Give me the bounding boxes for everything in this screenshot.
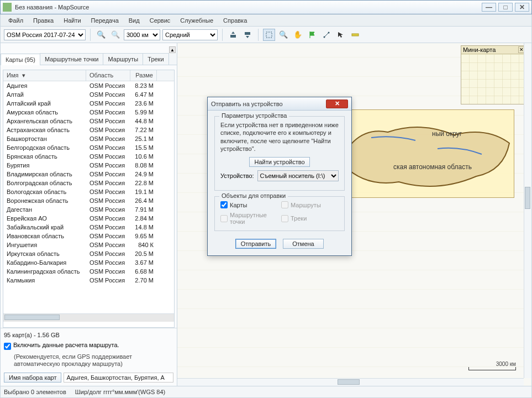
dialog-titlebar[interactable]: Отправить на устройство ✕ xyxy=(208,97,351,111)
chk-tracks: Треки xyxy=(281,212,339,225)
dialog-title: Отправить на устройство xyxy=(211,101,326,107)
device-params-legend: Параметры устройства xyxy=(219,112,289,119)
send-objects-group: Объекты для отправки Карты Маршруты Марш… xyxy=(214,196,345,231)
find-device-button[interactable]: Найти устройство xyxy=(249,157,309,167)
device-select[interactable]: Съемный носитель (I:\) xyxy=(257,170,339,181)
chk-maps[interactable]: Карты xyxy=(220,201,278,208)
send-to-device-dialog: Отправить на устройство ✕ Параметры устр… xyxy=(207,97,352,256)
device-label: Устройство: xyxy=(220,172,254,179)
chk-routes: Маршруты xyxy=(281,201,339,208)
device-params-desc: Если устройства нет в приведенном ниже с… xyxy=(220,121,339,153)
device-params-group: Параметры устройства Если устройства нет… xyxy=(214,116,345,191)
send-objects-legend: Объекты для отправки xyxy=(219,192,288,199)
dialog-close-icon[interactable]: ✕ xyxy=(326,100,348,108)
send-button[interactable]: Отправить xyxy=(235,239,276,249)
chk-waypoints: Маршрутные точки xyxy=(220,212,278,225)
cancel-button[interactable]: Отмена xyxy=(283,239,324,249)
